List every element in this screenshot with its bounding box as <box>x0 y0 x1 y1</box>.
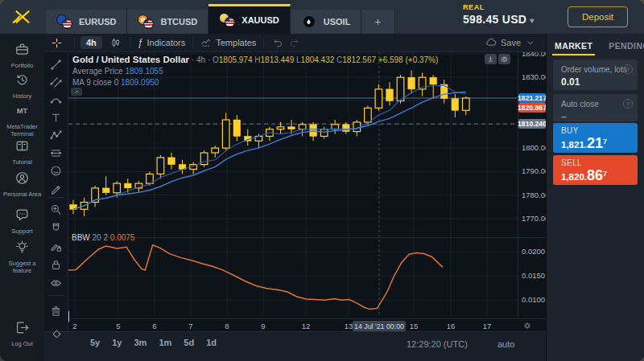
range-button-5d[interactable]: 5d <box>184 338 194 347</box>
logout-icon <box>14 324 30 338</box>
sell-button[interactable]: SELL 1,820.867 <box>553 155 638 185</box>
trend-line-tool[interactable] <box>49 58 64 72</box>
candle <box>408 77 415 89</box>
xauusd-flags-icon <box>219 12 236 28</box>
order-volume-value[interactable]: 0.01 <box>561 76 630 88</box>
svg-text:15: 15 <box>410 322 419 330</box>
candle <box>147 174 154 183</box>
svg-text:13: 13 <box>345 322 353 330</box>
new-tab-button[interactable] <box>361 10 395 34</box>
app-logo[interactable] <box>0 0 44 34</box>
objects-tree-icon[interactable] <box>50 327 64 341</box>
candle <box>452 99 459 111</box>
sidebar-item-label: Tutorial <box>0 158 44 166</box>
tab-pending[interactable]: PENDING <box>609 41 644 55</box>
account-summary[interactable]: REAL 598.45 USD▾ <box>463 3 535 26</box>
candle <box>277 127 284 129</box>
auto-close-value[interactable]: – <box>561 111 630 122</box>
trend-channel-tool[interactable] <box>49 76 64 90</box>
price-chart[interactable]: 1840.0001830.0001800.0001790.0001780.000… <box>68 51 546 331</box>
buy-button[interactable]: BUY 1,821.217 <box>553 123 638 153</box>
templates-button[interactable]: Templates <box>199 37 258 48</box>
range-button-1y[interactable]: 1y <box>112 338 122 347</box>
chart-style-button[interactable] <box>108 37 124 48</box>
sidebar-item-label: Portfolio <box>0 62 44 69</box>
range-button-1m[interactable]: 1m <box>159 338 171 347</box>
candle <box>168 158 175 165</box>
highlighted-date: 14 Jul '21 00:00 <box>353 321 406 331</box>
zoom-in-tool[interactable] <box>49 203 64 217</box>
range-button-1d[interactable]: 1d <box>206 338 217 347</box>
candle <box>102 188 109 193</box>
personal-area-icon <box>14 174 30 188</box>
fib-lines-tool[interactable] <box>49 146 64 161</box>
buy-label: BUY <box>561 126 630 135</box>
brush-tool[interactable] <box>49 182 64 196</box>
collapse-legend-button[interactable] <box>71 88 82 96</box>
timeframe-button[interactable]: 4h <box>80 36 102 49</box>
auto-close-field[interactable]: ? Auto close – <box>553 94 638 121</box>
candle <box>125 183 132 188</box>
undo-button[interactable] <box>270 37 286 49</box>
camera-icon <box>501 55 508 63</box>
order-volume-field[interactable]: ? Order volume, lots 0.01 <box>553 59 638 90</box>
sidebar-item-history[interactable]: History <box>0 72 44 100</box>
sidebar: PortfolioHistoryMTMetaTrader TerminalTut… <box>0 34 44 361</box>
chart-canvas[interactable]: 1840.0001830.0001800.0001790.0001780.000… <box>68 51 546 334</box>
sidebar-item-tutorial[interactable]: Tutorial <box>0 138 44 166</box>
text-tool[interactable] <box>49 111 64 125</box>
candle <box>288 127 295 129</box>
remove-drawings-tool[interactable] <box>49 304 64 318</box>
magnet-tool[interactable] <box>49 221 64 236</box>
download-chart-button[interactable] <box>485 54 497 64</box>
sidebar-item-personal-area[interactable]: Personal Area <box>0 170 44 198</box>
sidebar-item-portfolio[interactable]: Portfolio <box>0 42 44 69</box>
candle <box>299 125 306 129</box>
svg-text:1830.000: 1830.000 <box>522 72 546 81</box>
crosshair-tool[interactable] <box>44 37 68 49</box>
sidebar-item-support[interactable]: Support <box>0 207 44 235</box>
symbol-tab-btcusd[interactable]: BBTCUSD <box>127 10 208 34</box>
date-range-buttons: 5y1y3m1m5d1d <box>90 338 217 347</box>
range-button-5y[interactable]: 5y <box>90 338 100 347</box>
price-tag: 1820.867 <box>518 103 546 113</box>
templates-label: Templates <box>216 38 256 47</box>
symbol-tab-usoil[interactable]: USOIL <box>291 10 362 34</box>
symbol-tab-xauusd[interactable]: XAUUSD <box>208 4 290 34</box>
ma-legend: MA 9 close 0 1809.0950 <box>72 78 159 87</box>
sidebar-item-log-out[interactable]: Log Out <box>0 320 44 347</box>
lock-drawings-tool[interactable] <box>49 258 64 273</box>
svg-text:9: 9 <box>261 322 265 330</box>
indicators-button[interactable]: ƒ Indicators <box>136 37 187 48</box>
help-icon[interactable]: ? <box>623 64 633 74</box>
metatrader-icon: MT <box>14 107 30 121</box>
save-layout-button[interactable]: Save <box>485 37 536 48</box>
bbw-line <box>68 245 443 310</box>
price-tag: 1821.217 <box>518 93 546 103</box>
curve-tool[interactable] <box>49 93 64 108</box>
hide-drawings-tool[interactable] <box>49 277 64 291</box>
svg-text:0.0200: 0.0200 <box>522 247 545 256</box>
timezone-mode[interactable]: auto <box>497 339 514 349</box>
sidebar-item-metatrader-terminal[interactable]: MTMetaTrader Terminal <box>0 103 44 137</box>
candle <box>353 122 361 132</box>
svg-text:2: 2 <box>72 322 76 330</box>
tutorial-icon <box>14 142 30 156</box>
emoji-tool[interactable] <box>49 164 64 178</box>
deposit-button[interactable]: Deposit <box>568 6 628 27</box>
symbol-tab-eurusd[interactable]: EURUSD <box>46 10 127 34</box>
range-button-3m[interactable]: 3m <box>134 338 147 347</box>
pattern-tool[interactable] <box>49 129 64 143</box>
indicators-label: Indicators <box>147 38 186 47</box>
sidebar-item-suggest-a-feature[interactable]: Suggest a feature <box>0 240 44 274</box>
help-icon[interactable]: ? <box>623 99 633 109</box>
svg-text:1840.000: 1840.000 <box>522 51 546 58</box>
tab-market[interactable]: MARKET <box>555 41 592 55</box>
snapshot-button[interactable] <box>498 54 510 64</box>
sidebar-item-label: Suggest a feature <box>0 260 44 274</box>
time-axis-settings-icon <box>524 322 530 329</box>
candle <box>386 89 394 101</box>
redo-button[interactable] <box>286 37 302 49</box>
drawing-mode-tool[interactable] <box>49 240 64 254</box>
sidebar-item-label: History <box>0 92 44 100</box>
